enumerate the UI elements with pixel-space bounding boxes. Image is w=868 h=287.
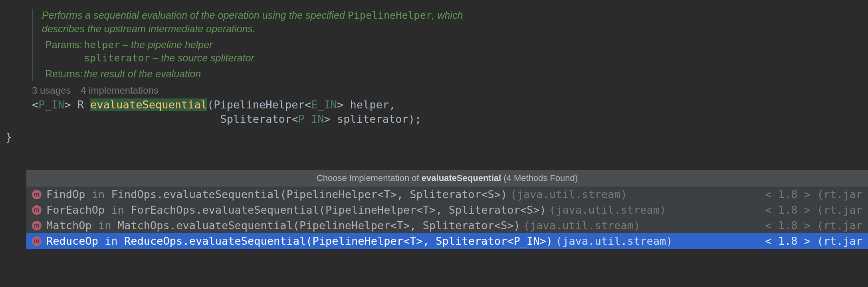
sig-close-angle: > — [64, 98, 71, 111]
javadoc-param-1-desc: – the source spliterator — [150, 52, 254, 63]
popup-item-class: ReduceOp — [46, 235, 98, 247]
popup-item-package: (java.util.stream) — [510, 188, 627, 201]
sig-arg2-name: spliterator — [331, 113, 408, 125]
javadoc-params-row: Params: helper – the pipeline helper spl… — [42, 38, 471, 65]
popup-item-meta: < 1.8 > (rt.jar — [765, 204, 862, 216]
popup-item-signature: FindOp in FindOps.evaluateSequential(Pip… — [46, 188, 507, 201]
method-icon: m — [32, 190, 42, 199]
sig-arg1-lt: < — [305, 98, 311, 111]
popup-item-in-keyword: in — [92, 219, 118, 232]
javadoc-block: Performs a sequential evaluation of the … — [32, 9, 471, 81]
sig-arg2-lt: < — [291, 113, 298, 125]
sig-arg1-comma: , — [389, 98, 395, 111]
sig-arg1-generic: E_IN — [311, 98, 337, 111]
closing-brace: } — [6, 131, 868, 143]
javadoc-params-label: Params: — [42, 38, 84, 65]
method-icon: m — [32, 205, 42, 215]
choose-implementation-popup[interactable]: Choose Implementation of evaluateSequent… — [26, 170, 868, 249]
popup-item-signature: ForEachOp in ForEachOps.evaluateSequenti… — [46, 204, 546, 216]
javadoc-summary: Performs a sequential evaluation of the … — [42, 9, 471, 36]
popup-title-method: evaluateSequential — [422, 173, 501, 183]
popup-item-meta: < 1.8 > (rt.jar — [765, 235, 862, 247]
javadoc-codeword: PipelineHelper — [348, 10, 432, 21]
javadoc-param-0-desc: – the pipeline helper — [120, 39, 212, 50]
inlay-hints: 3 usages 4 implementations — [32, 85, 868, 96]
sig-close: ); — [408, 113, 422, 125]
popup-item-3[interactable]: mReduceOp in ReduceOps.evaluateSequentia… — [26, 233, 868, 249]
sig-arg2-generic: P_IN — [298, 113, 324, 125]
popup-item-class: ForEachOp — [46, 204, 105, 216]
javadoc-summary-pre: Performs a sequential evaluation of the … — [42, 10, 348, 21]
popup-item-rest: ReduceOps.evaluateSequential(PipelineHel… — [124, 235, 553, 247]
sig-return-type: R — [71, 98, 91, 111]
popup-item-package: (java.util.stream) — [523, 219, 640, 232]
popup-item-rest: ForEachOps.evaluateSequential(PipelineHe… — [131, 204, 546, 216]
javadoc-returns-row: Returns: the result of the evaluation — [42, 67, 471, 81]
popup-item-class: MatchOp — [46, 219, 92, 232]
popup-title: Choose Implementation of evaluateSequent… — [26, 170, 868, 187]
sig-method-name: evaluateSequential — [90, 98, 207, 111]
popup-item-meta: < 1.8 > (rt.jar — [765, 188, 862, 201]
javadoc-param-1-name: spliterator — [84, 52, 150, 64]
implementations-hint[interactable]: 4 implementations — [81, 85, 159, 96]
sig-arg1-gt: > — [337, 98, 343, 111]
popup-item-rest: FindOps.evaluateSequential(PipelineHelpe… — [111, 188, 507, 201]
popup-item-package: (java.util.stream) — [556, 235, 673, 247]
javadoc-params-body: helper – the pipeline helper spliterator… — [84, 38, 254, 65]
javadoc-returns-body: the result of the evaluation — [84, 67, 201, 81]
javadoc-returns-text: the result of the evaluation — [84, 67, 201, 81]
popup-item-package: (java.util.stream) — [549, 204, 666, 216]
popup-title-pre: Choose Implementation of — [317, 173, 422, 183]
popup-item-1[interactable]: mForEachOp in ForEachOps.evaluateSequent… — [26, 202, 868, 218]
popup-item-in-keyword: in — [105, 204, 131, 216]
javadoc-param-0-name: helper — [84, 39, 120, 51]
popup-item-in-keyword: in — [98, 235, 124, 247]
sig-arg2-gt: > — [324, 113, 331, 125]
method-signature[interactable]: <P_IN> R evaluateSequential(PipelineHelp… — [32, 98, 868, 127]
sig-open-paren: ( — [207, 98, 214, 111]
javadoc-param-1: spliterator – the source spliterator — [84, 51, 254, 65]
sig-arg1-type: PipelineHelper — [214, 98, 305, 111]
sig-arg1-name: helper — [343, 98, 389, 111]
popup-item-signature: MatchOp in MatchOps.evaluateSequential(P… — [46, 219, 520, 232]
popup-title-post: (4 Methods Found) — [501, 173, 578, 183]
popup-item-0[interactable]: mFindOp in FindOps.evaluateSequential(Pi… — [26, 187, 868, 202]
sig-generic-pin: P_IN — [38, 98, 64, 111]
usages-hint[interactable]: 3 usages — [32, 85, 71, 96]
popup-item-class: FindOp — [46, 188, 85, 201]
javadoc-returns-label: Returns: — [42, 67, 84, 81]
popup-item-meta: < 1.8 > (rt.jar — [765, 219, 862, 232]
method-icon: m — [32, 236, 42, 246]
popup-item-in-keyword: in — [85, 188, 111, 201]
popup-item-2[interactable]: mMatchOp in MatchOps.evaluateSequential(… — [26, 218, 868, 233]
sig-arg2-type: Spliterator — [220, 113, 291, 125]
popup-list[interactable]: mFindOp in FindOps.evaluateSequential(Pi… — [26, 187, 868, 249]
method-icon: m — [32, 221, 42, 230]
javadoc-param-0: helper – the pipeline helper — [84, 38, 254, 52]
sig-indent2 — [32, 113, 220, 125]
popup-item-signature: ReduceOp in ReduceOps.evaluateSequential… — [46, 235, 553, 247]
code-editor[interactable]: Performs a sequential evaluation of the … — [0, 9, 868, 287]
popup-item-rest: MatchOps.evaluateSequential(PipelineHelp… — [118, 219, 520, 232]
sig-open-angle: < — [32, 98, 38, 111]
